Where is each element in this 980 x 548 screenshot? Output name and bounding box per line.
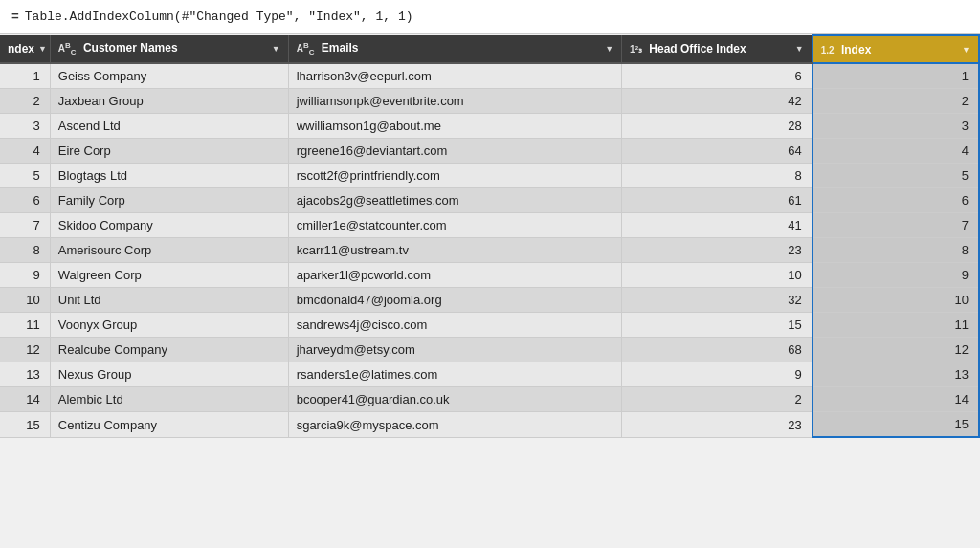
cell-customer-name: Ascend Ltd [50,114,288,139]
table-row: 7Skidoo Companycmiller1e@statcounter.com… [0,213,979,238]
cell-email: bmcdonald47@joomla.org [288,288,621,313]
cell-index: 8 [813,238,979,263]
table-row: 9Walgreen Corpaparker1l@pcworld.com109 [0,263,979,288]
cell-customer-name: Family Corp [50,188,288,213]
cell-index: 9 [813,263,979,288]
col-emails-dropdown[interactable]: ▼ [605,44,613,54]
cell-index: 14 [813,387,979,412]
cell-index: 11 [813,313,979,338]
cell-customer-name: Alembic Ltd [50,387,288,412]
col-header-customer-names[interactable]: ABC Customer Names ▼ [50,35,288,63]
table-body: 1Geiss Companylharrison3v@eepurl.com612J… [0,63,979,437]
table-row: 15Centizu Companysgarcia9k@myspace.com23… [0,412,979,438]
cell-row-num: 1 [0,63,50,89]
cell-index: 3 [813,114,979,139]
col-idx-dropdown[interactable]: ▼ [962,45,970,55]
col-index-label: ndex [8,42,34,55]
table-row: 4Eire Corprgreene16@deviantart.com644 [0,139,979,164]
cell-head-office-index: 23 [622,412,813,438]
cell-customer-name: Blogtags Ltd [50,164,288,188]
table-row: 12Realcube Companyjharveydm@etsy.com6812 [0,338,979,362]
cell-row-num: 13 [0,362,50,387]
cell-row-num: 5 [0,164,50,188]
cell-email: rgreene16@deviantart.com [288,139,621,164]
col-index-dropdown[interactable]: ▼ [38,44,47,54]
cell-head-office-index: 10 [622,263,813,288]
cell-email: sandrews4j@cisco.com [288,313,621,338]
col-header-emails[interactable]: ABC Emails ▼ [288,35,621,63]
cell-head-office-index: 15 [622,313,813,338]
table-row: 6Family Corpajacobs2g@seattletimes.com61… [0,188,979,213]
cell-customer-name: Unit Ltd [50,288,288,313]
cell-customer-name: Geiss Company [50,63,288,89]
cell-row-num: 11 [0,313,50,338]
cell-row-num: 6 [0,188,50,213]
cell-row-num: 4 [0,139,50,164]
cell-index: 6 [813,188,979,213]
table-row: 13Nexus Grouprsanders1e@latimes.com913 [0,362,979,387]
table-row: 1Geiss Companylharrison3v@eepurl.com61 [0,63,979,89]
cell-index: 5 [813,164,979,188]
cell-customer-name: Voonyx Group [50,313,288,338]
cell-head-office-index: 6 [622,63,813,89]
cell-index: 2 [813,89,979,114]
cell-index: 10 [813,288,979,313]
col-idx-type-icon: 1.2 [821,45,835,55]
cell-index: 15 [813,412,979,438]
cell-row-num: 7 [0,213,50,238]
cell-head-office-index: 61 [622,188,813,213]
cell-email: wwilliamson1g@about.me [288,114,621,139]
cell-head-office-index: 9 [622,362,813,387]
cell-head-office-index: 28 [622,114,813,139]
cell-customer-name: Realcube Company [50,338,288,362]
cell-email: rsanders1e@latimes.com [288,362,621,387]
cell-customer-name: Eire Corp [50,139,288,164]
cell-email: cmiller1e@statcounter.com [288,213,621,238]
col-names-dropdown[interactable]: ▼ [272,44,280,54]
table-row: 11Voonyx Groupsandrews4j@cisco.com1511 [0,313,979,338]
cell-index: 1 [813,63,979,89]
formula-equals: = [11,10,19,24]
cell-row-num: 3 [0,114,50,139]
col-hoi-dropdown[interactable]: ▼ [795,44,804,54]
cell-email: kcarr11@ustream.tv [288,238,621,263]
cell-index: 13 [813,362,979,387]
cell-customer-name: Nexus Group [50,362,288,387]
cell-head-office-index: 2 [622,387,813,412]
cell-head-office-index: 23 [622,238,813,263]
table-row: 2Jaxbean Groupjwilliamsonpk@eventbrite.c… [0,89,979,114]
col-emails-type-icon: ABC [297,43,315,54]
cell-index: 12 [813,338,979,362]
col-hoi-type-icon: 1²₃ [630,44,642,55]
cell-customer-name: Walgreen Corp [50,263,288,288]
cell-email: aparker1l@pcworld.com [288,263,621,288]
cell-email: jharveydm@etsy.com [288,338,621,362]
formula-text: Table.AddIndexColumn(#"Changed Type", "I… [25,10,413,24]
table-row: 3Ascend Ltdwwilliamson1g@about.me283 [0,114,979,139]
col-names-type-icon: ABC [58,43,77,54]
cell-email: ajacobs2g@seattletimes.com [288,188,621,213]
col-header-head-office-index[interactable]: 1²₃ Head Office Index ▼ [622,35,813,63]
cell-head-office-index: 64 [622,139,813,164]
cell-customer-name: Jaxbean Group [50,89,288,114]
cell-head-office-index: 68 [622,338,813,362]
cell-row-num: 12 [0,338,50,362]
cell-row-num: 10 [0,288,50,313]
table-row: 14Alembic Ltdbcooper41@guardian.co.uk214 [0,387,979,412]
cell-email: lharrison3v@eepurl.com [288,63,621,89]
data-table: ndex ▼ ABC Customer Names ▼ ABC Emails ▼ [0,34,980,438]
col-header-index-col[interactable]: 1.2 Index ▼ [813,35,979,63]
cell-row-num: 9 [0,263,50,288]
cell-email: jwilliamsonpk@eventbrite.com [288,89,621,114]
col-header-index[interactable]: ndex ▼ [0,35,50,63]
table-row: 10Unit Ltdbmcdonald47@joomla.org3210 [0,288,979,313]
cell-index: 4 [813,139,979,164]
cell-row-num: 8 [0,238,50,263]
cell-head-office-index: 41 [622,213,813,238]
cell-head-office-index: 32 [622,288,813,313]
cell-email: rscott2f@printfriendly.com [288,164,621,188]
cell-head-office-index: 8 [622,164,813,188]
cell-email: sgarcia9k@myspace.com [288,412,621,438]
cell-index: 7 [813,213,979,238]
table-header-row: ndex ▼ ABC Customer Names ▼ ABC Emails ▼ [0,35,979,63]
